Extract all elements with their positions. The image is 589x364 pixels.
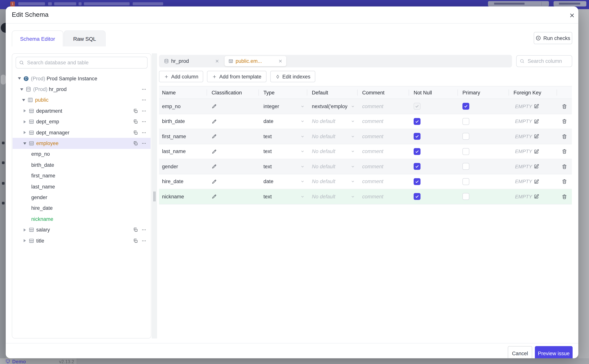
pencil-icon[interactable] <box>212 179 217 184</box>
not-null-checkbox[interactable] <box>414 148 421 155</box>
pencil-icon[interactable] <box>212 119 217 124</box>
tab-public-employee[interactable]: public.em... <box>225 56 286 66</box>
demo-brand[interactable]: Demo <box>5 359 26 364</box>
panel-resizer[interactable] <box>152 53 157 338</box>
edit-icon[interactable] <box>534 164 539 169</box>
comment-input[interactable]: comment <box>358 174 409 189</box>
type-select[interactable]: text <box>259 159 307 174</box>
more-icon[interactable] <box>141 98 146 103</box>
pencil-icon[interactable] <box>212 164 217 169</box>
default-select[interactable]: nextval('employ <box>307 99 358 114</box>
type-select[interactable]: text <box>259 189 307 204</box>
default-select[interactable]: No default <box>307 189 358 204</box>
trash-icon[interactable] <box>562 179 567 184</box>
type-select[interactable]: date <box>259 174 307 189</box>
preview-issue-button[interactable]: Preview issue <box>535 346 573 358</box>
add-from-template-button[interactable]: Add from template <box>207 71 267 82</box>
tree-item[interactable]: nickname <box>13 214 151 224</box>
not-null-checkbox[interactable] <box>414 103 421 110</box>
comment-input[interactable]: comment <box>358 159 409 174</box>
trash-icon[interactable] <box>562 119 567 124</box>
column-search-input[interactable] <box>527 58 569 64</box>
pencil-icon[interactable] <box>212 194 217 199</box>
pencil-icon[interactable] <box>212 134 217 139</box>
tab-hr-prod[interactable]: hr_prod <box>160 56 223 66</box>
cancel-button[interactable]: Cancel <box>508 346 532 358</box>
primary-checkbox[interactable] <box>462 193 469 200</box>
column-name-cell[interactable]: birth_date <box>159 114 207 129</box>
comment-input[interactable]: comment <box>358 114 409 129</box>
tab-raw-sql[interactable]: Raw SQL <box>64 31 106 46</box>
primary-checkbox[interactable] <box>462 103 469 110</box>
foreign-key-cell[interactable]: EMPTY <box>509 174 557 189</box>
default-select[interactable]: No default <box>307 159 358 174</box>
comment-input[interactable]: comment <box>358 99 409 114</box>
type-select[interactable]: date <box>259 114 307 129</box>
pencil-icon[interactable] <box>212 149 217 154</box>
close-tab-icon[interactable] <box>278 59 282 63</box>
tree-search-box[interactable] <box>16 57 147 69</box>
copy-icon[interactable] <box>133 227 138 232</box>
tree-item[interactable]: salary <box>13 224 151 235</box>
primary-checkbox[interactable] <box>462 163 469 170</box>
copy-icon[interactable] <box>133 238 138 243</box>
trash-icon[interactable] <box>562 164 567 169</box>
default-select[interactable]: No default <box>307 174 358 189</box>
edit-icon[interactable] <box>534 119 539 124</box>
more-icon[interactable] <box>141 87 146 92</box>
column-name-cell[interactable]: nickname <box>159 189 207 204</box>
type-select[interactable]: text <box>259 129 307 144</box>
tree-item[interactable]: public <box>13 95 151 106</box>
trash-icon[interactable] <box>562 104 567 109</box>
more-icon[interactable] <box>141 130 146 135</box>
primary-checkbox[interactable] <box>462 118 469 125</box>
copy-icon[interactable] <box>133 109 138 113</box>
type-select[interactable]: text <box>259 144 307 159</box>
edit-icon[interactable] <box>534 134 539 139</box>
foreign-key-cell[interactable]: EMPTY <box>509 129 557 144</box>
caret-right-icon[interactable] <box>22 238 27 243</box>
primary-checkbox[interactable] <box>462 148 469 155</box>
caret-down-icon[interactable] <box>17 76 22 81</box>
caret-down-icon[interactable] <box>21 98 26 102</box>
default-select[interactable]: No default <box>307 114 358 129</box>
foreign-key-cell[interactable]: EMPTY <box>509 114 557 129</box>
tree-item[interactable]: dept_emp <box>13 116 151 127</box>
caret-right-icon[interactable] <box>22 120 27 124</box>
window-scrollbar-track[interactable] <box>578 9 589 358</box>
tree-item[interactable]: emp_no <box>13 149 151 160</box>
copy-icon[interactable] <box>133 119 138 124</box>
column-name-cell[interactable]: last_name <box>159 144 207 159</box>
foreign-key-cell[interactable]: EMPTY <box>509 99 557 114</box>
tree-item[interactable]: gender <box>13 192 151 203</box>
caret-right-icon[interactable] <box>22 109 27 113</box>
caret-down-icon[interactable] <box>22 141 27 146</box>
tree-item[interactable]: first_name <box>13 170 151 181</box>
run-checks-button[interactable]: Run checks <box>534 32 572 44</box>
type-select[interactable]: integer <box>259 99 307 114</box>
copy-icon[interactable] <box>133 141 138 146</box>
caret-down-icon[interactable] <box>20 87 24 91</box>
trash-icon[interactable] <box>562 194 567 200</box>
not-null-checkbox[interactable] <box>414 178 421 185</box>
edit-indexes-button[interactable]: Edit indexes <box>270 71 315 82</box>
edit-icon[interactable] <box>534 194 539 199</box>
tree-item[interactable]: dept_manager <box>13 127 151 138</box>
tree-item[interactable]: department <box>13 105 151 116</box>
close-tab-icon[interactable] <box>215 59 219 63</box>
edit-icon[interactable] <box>534 179 539 184</box>
column-name-cell[interactable]: emp_no <box>159 99 207 114</box>
primary-checkbox[interactable] <box>462 178 469 185</box>
tree-item[interactable]: birth_date <box>13 160 151 170</box>
edit-icon[interactable] <box>534 149 539 154</box>
tree-item[interactable]: last_name <box>13 181 151 192</box>
primary-checkbox[interactable] <box>462 133 469 140</box>
close-icon[interactable] <box>567 10 577 20</box>
more-icon[interactable] <box>141 227 146 232</box>
copy-icon[interactable] <box>133 130 138 135</box>
edit-icon[interactable] <box>534 104 539 109</box>
more-icon[interactable] <box>141 109 146 113</box>
foreign-key-cell[interactable]: EMPTY <box>509 159 557 174</box>
caret-right-icon[interactable] <box>22 130 27 135</box>
trash-icon[interactable] <box>562 134 567 139</box>
